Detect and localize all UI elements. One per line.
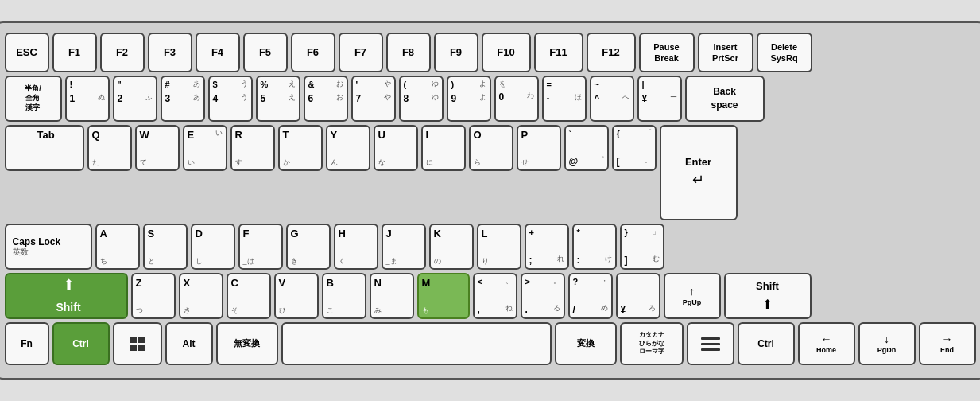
key-u[interactable]: U な — [374, 125, 418, 171]
key-6[interactable]: &お 6お — [304, 76, 348, 122]
key-m[interactable]: M も — [417, 273, 470, 319]
key-colon[interactable]: * :け — [572, 224, 617, 270]
key-pause[interactable]: PauseBreak — [639, 33, 695, 72]
key-f12[interactable]: F12 — [587, 33, 636, 72]
key-i[interactable]: I に — [421, 125, 466, 171]
key-3[interactable]: #あ 3あ — [161, 76, 205, 122]
key-esc[interactable]: ESC — [5, 33, 49, 72]
key-henkan[interactable]: 変換 — [555, 322, 617, 365]
key-caret[interactable]: ~ ^へ — [590, 76, 634, 122]
key-f11[interactable]: F11 — [534, 33, 583, 72]
key-0[interactable]: を 0わ — [494, 76, 539, 122]
key-shift-left[interactable]: ⬆ Shift — [5, 273, 128, 319]
key-f[interactable]: F _は — [238, 224, 283, 270]
key-k[interactable]: K の — [429, 224, 474, 270]
key-e[interactable]: Eい い — [183, 125, 227, 171]
key-end[interactable]: → End — [919, 322, 976, 365]
key-f6[interactable]: F6 — [291, 33, 335, 72]
key-pgdn[interactable]: ↓ PgDn — [858, 322, 916, 365]
key-muhenkan[interactable]: 無変換 — [216, 322, 278, 365]
key-h[interactable]: H く — [334, 224, 378, 270]
number-row: 半角/全角漢字 ! 1ぬ " 2ふ #あ 3あ $う 4う %え 5え &お — [5, 76, 976, 122]
zxcv-row: ⬆ Shift Z つ X さ C そ V ひ B こ N み — [5, 273, 976, 319]
key-fn[interactable]: Fn — [5, 322, 49, 365]
key-j[interactable]: J _ま — [382, 224, 426, 270]
key-period[interactable]: >。 .る — [521, 273, 565, 319]
key-tab[interactable]: Tab — [5, 125, 84, 171]
bottom-row: Fn Ctrl Alt 無変換 変換 カタカナひらがなローマ字 — [5, 322, 976, 365]
key-7[interactable]: 'や 7や — [351, 76, 396, 122]
key-yen[interactable]: | ¥ー — [637, 76, 682, 122]
key-semicolon[interactable]: + ;れ — [525, 224, 569, 270]
key-slash[interactable]: ?・ /め — [568, 273, 613, 319]
key-l[interactable]: L り — [477, 224, 521, 270]
key-hankaku[interactable]: 半角/全角漢字 — [5, 76, 62, 122]
qwerty-row: Tab Q た W て Eい い R す T か Y ん — [5, 125, 976, 220]
key-enter[interactable]: Enter ↵ — [660, 125, 738, 220]
key-z[interactable]: Z つ — [131, 273, 176, 319]
asdf-row: Caps Lock 英数 A ち S と D し F _は G き H — [5, 224, 976, 270]
key-o[interactable]: O ら — [469, 125, 513, 171]
key-g[interactable]: G き — [286, 224, 331, 270]
key-f8[interactable]: F8 — [386, 33, 431, 72]
key-f7[interactable]: F7 — [339, 33, 383, 72]
key-s[interactable]: S と — [143, 224, 188, 270]
key-ctrl-left[interactable]: Ctrl — [52, 322, 110, 365]
key-insert[interactable]: InsertPrtScr — [698, 33, 753, 72]
key-f2[interactable]: F2 — [100, 33, 145, 72]
key-kana[interactable]: カタカナひらがなローマ字 — [620, 322, 684, 365]
key-shift-right[interactable]: Shift ⬆ — [724, 273, 812, 319]
key-y[interactable]: Y ん — [326, 125, 370, 171]
key-comma[interactable]: <、 ,ね — [473, 273, 517, 319]
key-bracket-open[interactable]: {「 [。 — [612, 125, 657, 171]
key-pgup[interactable]: ↑ PgUp — [664, 273, 721, 319]
key-bracket-close[interactable]: }」 ]む — [620, 224, 664, 270]
key-8[interactable]: (ゆ 8ゆ — [399, 76, 444, 122]
key-r[interactable]: R す — [230, 125, 275, 171]
key-b[interactable]: B こ — [322, 273, 366, 319]
key-a[interactable]: A ち — [95, 224, 140, 270]
function-row: ESC F1 F2 F3 F4 F5 F6 F7 F8 F9 F10 F11 F… — [5, 33, 976, 72]
key-f5[interactable]: F5 — [243, 33, 288, 72]
key-minus[interactable]: = -ほ — [542, 76, 587, 122]
key-p[interactable]: P せ — [517, 125, 561, 171]
key-home[interactable]: ← Home — [798, 322, 855, 365]
key-alt[interactable]: Alt — [165, 322, 213, 365]
key-t[interactable]: T か — [278, 125, 323, 171]
key-x[interactable]: X さ — [179, 273, 223, 319]
key-windows[interactable] — [113, 322, 162, 365]
key-ctrl-right[interactable]: Ctrl — [738, 322, 795, 365]
key-space[interactable] — [281, 322, 552, 365]
key-f1[interactable]: F1 — [52, 33, 97, 72]
key-v[interactable]: V ひ — [274, 273, 319, 319]
key-backslash[interactable]: _ ¥ろ — [616, 273, 660, 319]
key-f4[interactable]: F4 — [196, 33, 240, 72]
key-5[interactable]: %え 5え — [256, 76, 300, 122]
key-capslock[interactable]: Caps Lock 英数 — [5, 224, 92, 270]
key-backspace[interactable]: Backspace — [685, 76, 765, 122]
key-w[interactable]: W て — [135, 125, 180, 171]
key-menu[interactable] — [687, 322, 734, 365]
keyboard: ESC F1 F2 F3 F4 F5 F6 F7 F8 F9 F10 F11 F… — [0, 21, 980, 380]
key-q[interactable]: Q た — [87, 125, 132, 171]
key-9[interactable]: )よ 9よ — [447, 76, 491, 122]
key-1[interactable]: ! 1ぬ — [65, 76, 110, 122]
key-c[interactable]: C そ — [227, 273, 271, 319]
key-2[interactable]: " 2ふ — [113, 76, 157, 122]
key-f10[interactable]: F10 — [482, 33, 531, 72]
key-f3[interactable]: F3 — [148, 33, 192, 72]
key-n[interactable]: N み — [370, 273, 414, 319]
key-f9[interactable]: F9 — [434, 33, 478, 72]
key-4[interactable]: $う 4う — [208, 76, 253, 122]
key-delete[interactable]: DeleteSysRq — [757, 33, 812, 72]
key-at[interactable]: ` @゜ — [564, 125, 609, 171]
key-d[interactable]: D し — [191, 224, 235, 270]
